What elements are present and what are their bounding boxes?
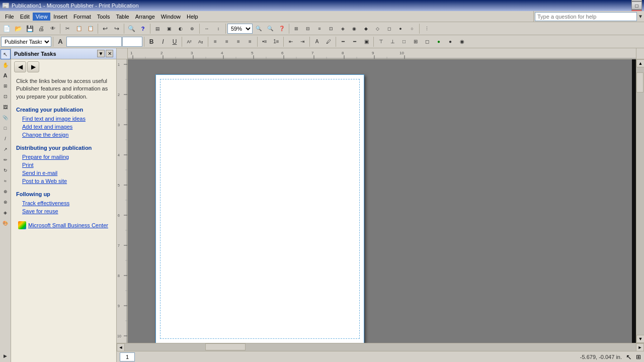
toolbar-btn-4[interactable]: ⊕	[187, 23, 198, 34]
publication-page[interactable]	[155, 74, 364, 343]
print-button[interactable]: 🖨	[36, 23, 47, 34]
menu-window[interactable]: Window	[158, 13, 184, 21]
justify-button[interactable]: ≡	[245, 36, 256, 47]
number-button[interactable]: 1≡	[271, 36, 282, 47]
toolbar-btn-5[interactable]: ↔	[201, 23, 212, 34]
toolbar-btn-2[interactable]: ▣	[164, 23, 175, 34]
color-extra-button[interactable]: ◉	[456, 36, 467, 47]
fill-color-button[interactable]: ▣	[361, 36, 372, 47]
tb-extra-6[interactable]: ◉	[349, 23, 360, 34]
font-size-input[interactable]	[122, 37, 142, 47]
pub-tasks-dropdown[interactable]: Publisher Tasks	[1, 37, 51, 47]
link-track[interactable]: Track effectiveness	[16, 200, 111, 206]
italic-button[interactable]: I	[157, 36, 169, 47]
tb-extra-9[interactable]: ◻	[383, 23, 394, 34]
task-pane-menu-button[interactable]: ▼	[97, 50, 105, 57]
menu-arrange[interactable]: Arrange	[132, 13, 158, 21]
design-tool[interactable]: ✏	[1, 155, 11, 165]
ms-small-business-link[interactable]: Microsoft Small Business Center	[16, 221, 111, 229]
menu-insert[interactable]: Insert	[50, 13, 70, 21]
menu-help[interactable]: Help	[184, 13, 201, 21]
line-color-button[interactable]: ━	[349, 36, 360, 47]
link-print[interactable]: Print	[16, 162, 111, 168]
scroll-up-button[interactable]: ▲	[636, 59, 644, 67]
toolbar-btn-1[interactable]: ▤	[152, 23, 163, 34]
underline-button[interactable]: U	[169, 36, 180, 47]
font-name-input[interactable]	[66, 37, 122, 47]
zoom-out-button[interactable]: 🔍	[253, 23, 264, 34]
tb-extra-7[interactable]: ◆	[360, 23, 371, 34]
align-left-button[interactable]: ≡	[210, 36, 221, 47]
task-pane-back-button[interactable]: ◀	[14, 61, 26, 72]
line-style-button[interactable]: ━	[338, 36, 349, 47]
increase-indent-button[interactable]: ⇥	[297, 36, 308, 47]
align-center-button[interactable]: ≡	[221, 36, 232, 47]
preview-button[interactable]: 👁	[47, 23, 58, 34]
color-dark-button[interactable]: ●	[445, 36, 456, 47]
toolbar-btn-3[interactable]: ◐	[175, 23, 186, 34]
table-tool[interactable]: ⊞	[1, 81, 11, 91]
link-post-web[interactable]: Post to a Web site	[16, 178, 111, 184]
pointer-tool[interactable]: ↖	[1, 49, 11, 59]
link-send-email[interactable]: Send in e-mail	[16, 170, 111, 176]
tb-extra-12[interactable]: ⋮	[421, 23, 432, 34]
tb-extra-1[interactable]: ⊞	[291, 23, 302, 34]
tb-extra-2[interactable]: ⊟	[302, 23, 313, 34]
link-save-reuse[interactable]: Save for reuse	[16, 208, 111, 214]
link-change-design[interactable]: Change the design	[16, 132, 111, 138]
menu-format[interactable]: Format	[70, 13, 94, 21]
toolbar-btn-6[interactable]: ↕	[213, 23, 224, 34]
help-button[interactable]: ?	[137, 23, 148, 34]
cut-button[interactable]: ✂	[62, 23, 73, 34]
link-prepare-mailing[interactable]: Prepare for mailing	[16, 154, 111, 160]
extra-tool-3[interactable]: ⊗	[1, 197, 11, 207]
bullet-button[interactable]: •≡	[259, 36, 270, 47]
scroll-left-button[interactable]: ◄	[117, 343, 125, 351]
tb-extra-5[interactable]: ◈	[337, 23, 348, 34]
text-tool[interactable]: A	[1, 70, 11, 80]
arrow-tool[interactable]: ↗	[1, 144, 11, 154]
extra-tool-5[interactable]: 🎨	[1, 218, 11, 228]
border-all-button[interactable]: ⊞	[410, 36, 421, 47]
task-pane-close-button[interactable]: ✕	[106, 50, 113, 57]
paste-button[interactable]: 📋	[85, 23, 96, 34]
line-tool[interactable]: /	[1, 134, 11, 144]
hscroll-thumb[interactable]	[205, 343, 246, 350]
search-button[interactable]: 🔍	[126, 23, 137, 34]
decrease-indent-button[interactable]: ⇤	[285, 36, 296, 47]
help-search-input[interactable]	[535, 12, 637, 21]
scroll-down-button[interactable]: ▼	[636, 335, 644, 343]
shape-tool[interactable]: □	[1, 123, 11, 133]
help2-button[interactable]: ❓	[276, 23, 287, 34]
border-bottom-button[interactable]: ⊥	[387, 36, 398, 47]
zoom-in-button[interactable]: 🔍	[265, 23, 276, 34]
border-none-button[interactable]: □	[398, 36, 410, 47]
redo-button[interactable]: ↪	[111, 23, 122, 34]
expand-button[interactable]: ▶	[1, 351, 11, 361]
save-button[interactable]: 💾	[24, 23, 35, 34]
tb-extra-11[interactable]: ○	[407, 23, 418, 34]
font-color-button[interactable]: A	[311, 36, 323, 47]
hand-tool[interactable]: ✋	[1, 60, 11, 70]
border-outside-button[interactable]: ◻	[422, 36, 433, 47]
bold-button[interactable]: B	[146, 36, 157, 47]
zoom-dropdown[interactable]: 59% 75% 100%	[227, 24, 253, 34]
border-top-button[interactable]: ⊤	[375, 36, 386, 47]
tb-extra-10[interactable]: ●	[395, 23, 406, 34]
align-right-button[interactable]: ≡	[233, 36, 244, 47]
copy-button[interactable]: 📋	[73, 23, 85, 34]
menu-view[interactable]: View	[33, 13, 51, 21]
maximize-button[interactable]: □	[631, 2, 642, 10]
link-find-text[interactable]: Find text and image ideas	[16, 116, 111, 122]
menu-tools[interactable]: Tools	[94, 13, 113, 21]
menu-file[interactable]: File	[2, 13, 17, 21]
clip-tool[interactable]: 📎	[1, 113, 11, 123]
picture-tool[interactable]: 🖼	[1, 102, 11, 112]
superscript-button[interactable]: A²	[184, 36, 195, 47]
tb-extra-4[interactable]: ⊡	[326, 23, 337, 34]
link-add-text[interactable]: Add text and images	[16, 124, 111, 130]
menu-edit[interactable]: Edit	[17, 13, 33, 21]
open-button[interactable]: 📂	[13, 23, 24, 34]
wordart-tool[interactable]: ⊡	[1, 92, 11, 102]
scroll-right-button[interactable]: ►	[636, 343, 644, 351]
